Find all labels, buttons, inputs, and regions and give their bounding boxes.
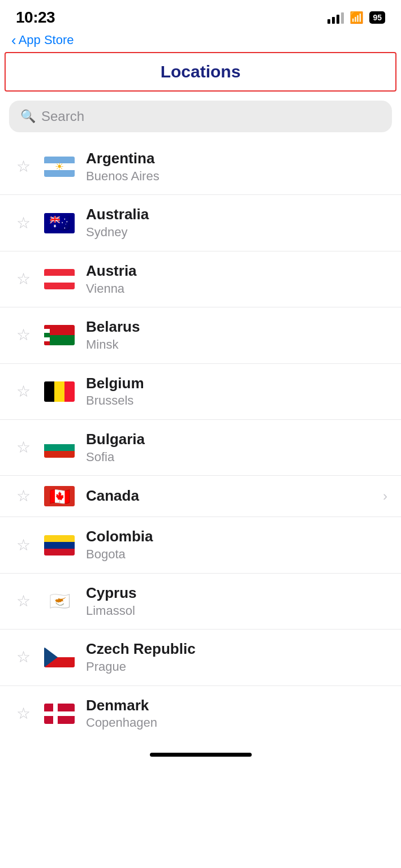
favorite-star-icon[interactable]: ☆	[14, 215, 33, 231]
list-item[interactable]: ☆ Argentina Buenos Aires	[0, 139, 401, 195]
list-item[interactable]: ☆ Cyprus Limassol	[0, 574, 401, 630]
location-city: Brussels	[86, 393, 387, 409]
location-name: Denmark	[86, 696, 387, 715]
location-info: Argentina Buenos Aires	[86, 149, 387, 184]
location-name: Bulgaria	[86, 430, 387, 449]
location-info: Australia Sydney	[86, 205, 387, 240]
back-chevron-icon: ‹	[11, 33, 16, 47]
location-name: Czech Republic	[86, 640, 387, 659]
home-indicator	[0, 741, 401, 762]
location-info: Colombia Bogota	[86, 527, 387, 562]
location-info: Belgium Brussels	[86, 374, 387, 409]
status-icons: 📶 95	[327, 11, 385, 24]
location-info: Bulgaria Sofia	[86, 430, 387, 465]
location-city: Bogota	[86, 546, 387, 563]
list-item[interactable]: ☆ Canada ›	[0, 476, 401, 517]
status-time: 10:23	[16, 8, 55, 27]
list-item[interactable]: ☆ Belarus Minsk	[0, 307, 401, 363]
list-item[interactable]: ☆ Bulgaria Sofia	[0, 420, 401, 476]
location-info: Canada	[86, 487, 372, 506]
list-item[interactable]: ☆ Denmark Copenhagen	[0, 686, 401, 741]
location-name: Cyprus	[86, 584, 387, 603]
location-name: Argentina	[86, 149, 387, 168]
location-list: ☆ Argentina Buenos Aires ☆ Australia Syd…	[0, 139, 401, 741]
back-label: App Store	[19, 33, 74, 47]
status-bar: 10:23 📶 95	[0, 0, 401, 31]
location-name: Colombia	[86, 527, 387, 546]
location-name: Austria	[86, 262, 387, 281]
search-container: 🔍 Search	[0, 92, 401, 139]
battery-icon: 95	[369, 11, 385, 24]
list-item[interactable]: ☆ Colombia Bogota	[0, 517, 401, 573]
location-info: Denmark Copenhagen	[86, 696, 387, 731]
location-info: Belarus Minsk	[86, 318, 387, 353]
navigation-bar: Locations	[5, 52, 396, 92]
location-info: Czech Republic Prague	[86, 640, 387, 675]
search-placeholder: Search	[41, 108, 84, 124]
location-city: Minsk	[86, 337, 387, 353]
search-bar[interactable]: 🔍 Search	[9, 101, 392, 132]
back-navigation[interactable]: ‹ App Store	[0, 31, 401, 52]
search-icon: 🔍	[20, 109, 36, 124]
favorite-star-icon[interactable]: ☆	[14, 706, 33, 722]
list-item[interactable]: ☆ Austria Vienna	[0, 251, 401, 307]
favorite-star-icon[interactable]: ☆	[14, 488, 33, 504]
location-city: Copenhagen	[86, 715, 387, 731]
location-name: Canada	[86, 487, 372, 506]
wifi-icon: 📶	[350, 11, 364, 24]
favorite-star-icon[interactable]: ☆	[14, 440, 33, 455]
location-city: Vienna	[86, 281, 387, 297]
page-title: Locations	[161, 62, 241, 81]
location-city: Prague	[86, 659, 387, 675]
location-city: Buenos Aires	[86, 168, 387, 185]
list-item[interactable]: ☆ Czech Republic Prague	[0, 630, 401, 685]
favorite-star-icon[interactable]: ☆	[14, 649, 33, 665]
location-name: Belgium	[86, 374, 387, 393]
favorite-star-icon[interactable]: ☆	[14, 593, 33, 609]
list-item[interactable]: ☆ Belgium Brussels	[0, 364, 401, 420]
battery-level: 95	[369, 11, 385, 24]
location-name: Belarus	[86, 318, 387, 337]
favorite-star-icon[interactable]: ☆	[14, 159, 33, 175]
favorite-star-icon[interactable]: ☆	[14, 537, 33, 553]
location-info: Austria Vienna	[86, 262, 387, 297]
signal-icon	[327, 11, 344, 24]
chevron-right-icon: ›	[383, 488, 387, 504]
location-name: Australia	[86, 205, 387, 224]
location-city: Sofia	[86, 449, 387, 466]
location-info: Cyprus Limassol	[86, 584, 387, 619]
location-city: Sydney	[86, 224, 387, 241]
favorite-star-icon[interactable]: ☆	[14, 384, 33, 400]
home-bar	[150, 753, 252, 757]
location-city: Limassol	[86, 603, 387, 619]
list-item[interactable]: ☆ Australia Sydney	[0, 195, 401, 251]
favorite-star-icon[interactable]: ☆	[14, 271, 33, 287]
favorite-star-icon[interactable]: ☆	[14, 327, 33, 343]
